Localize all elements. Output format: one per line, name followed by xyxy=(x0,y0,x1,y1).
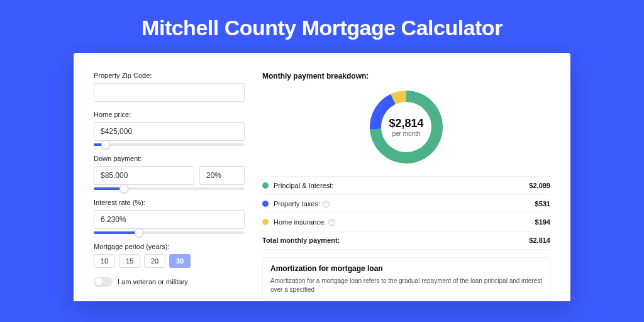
legend-row: Home insurance: ?$194 xyxy=(262,213,550,231)
legend-value: $531 xyxy=(535,200,550,208)
amortization-box: Amortization for mortgage loan Amortizat… xyxy=(262,257,550,301)
veteran-toggle[interactable] xyxy=(94,277,113,287)
legend-value: $194 xyxy=(535,218,550,226)
down-payment-field: Down payment: xyxy=(94,155,245,190)
period-field: Mortgage period (years): 10152030 xyxy=(94,243,245,268)
legend-row: Principal & Interest:$2,089 xyxy=(262,177,550,195)
legend-label: Home insurance: ? xyxy=(274,218,535,226)
zip-label: Property Zip Code: xyxy=(94,72,245,79)
legend-label: Principal & Interest: xyxy=(274,182,529,189)
legend-total-label: Total monthly payment: xyxy=(262,236,529,244)
interest-slider[interactable] xyxy=(94,231,245,234)
down-payment-pct-input[interactable] xyxy=(199,166,245,185)
donut-center: $2,814 per month xyxy=(389,117,423,137)
period-btn-20[interactable]: 20 xyxy=(144,254,165,268)
period-btn-15[interactable]: 15 xyxy=(119,254,140,268)
info-icon[interactable]: ? xyxy=(328,219,335,226)
calculator-card: Property Zip Code: Home price: Down paym… xyxy=(74,53,570,301)
donut-sublabel: per month xyxy=(389,130,423,137)
interest-label: Interest rate (%): xyxy=(94,199,245,206)
down-payment-slider[interactable] xyxy=(94,187,245,190)
legend: Principal & Interest:$2,089Property taxe… xyxy=(262,176,550,250)
form-column: Property Zip Code: Home price: Down paym… xyxy=(94,72,245,301)
legend-total-value: $2,814 xyxy=(529,236,550,244)
info-icon[interactable]: ? xyxy=(323,201,330,208)
page-title: Mitchell County Mortgage Calculator xyxy=(0,0,644,53)
veteran-row: I am veteran or military xyxy=(94,277,245,287)
legend-row: Property taxes: ?$531 xyxy=(262,195,550,213)
legend-swatch xyxy=(262,182,269,189)
legend-swatch xyxy=(262,219,269,225)
down-payment-input[interactable] xyxy=(94,166,194,185)
period-btn-10[interactable]: 10 xyxy=(94,254,115,268)
home-price-field: Home price: xyxy=(94,111,245,146)
slider-thumb[interactable] xyxy=(119,184,128,193)
home-price-label: Home price: xyxy=(94,111,245,118)
slider-thumb[interactable] xyxy=(101,140,110,149)
period-label: Mortgage period (years): xyxy=(94,243,245,250)
veteran-label: I am veteran or military xyxy=(118,278,188,286)
down-payment-label: Down payment: xyxy=(94,155,245,162)
donut-chart: $2,814 per month xyxy=(262,87,550,167)
breakdown-column: Monthly payment breakdown: $2,814 per mo… xyxy=(262,72,550,301)
legend-label: Property taxes: ? xyxy=(274,200,535,208)
amortization-text: Amortization for a mortgage loan refers … xyxy=(270,277,542,294)
donut-amount: $2,814 xyxy=(389,117,423,130)
period-options: 10152030 xyxy=(94,254,245,268)
legend-value: $2,089 xyxy=(529,182,550,189)
home-price-input[interactable] xyxy=(94,122,245,141)
interest-field: Interest rate (%): xyxy=(94,199,245,234)
zip-field: Property Zip Code: xyxy=(94,72,245,102)
home-price-slider[interactable] xyxy=(94,143,245,146)
interest-input[interactable] xyxy=(94,210,245,229)
breakdown-title: Monthly payment breakdown: xyxy=(262,72,550,80)
legend-total-row: Total monthly payment:$2,814 xyxy=(262,231,550,250)
slider-thumb[interactable] xyxy=(135,228,143,237)
period-btn-30[interactable]: 30 xyxy=(169,254,191,268)
amortization-title: Amortization for mortgage loan xyxy=(270,264,542,273)
legend-swatch xyxy=(262,201,269,207)
zip-input[interactable] xyxy=(94,83,245,102)
